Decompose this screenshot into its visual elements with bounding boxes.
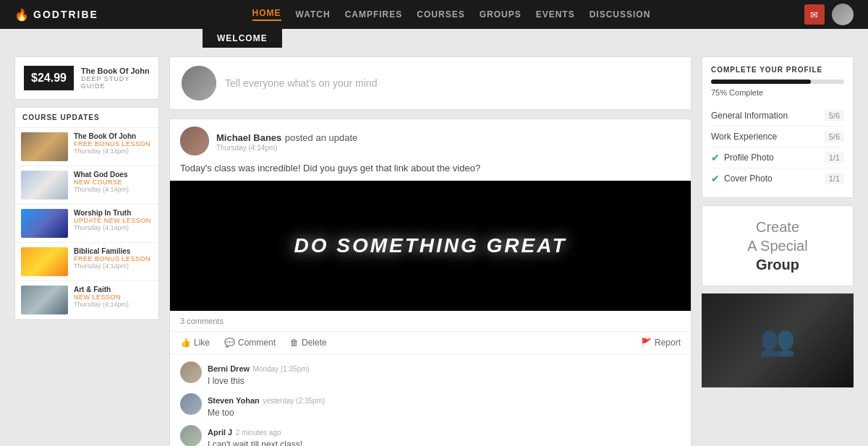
promo-price: $24.99 bbox=[24, 66, 74, 90]
profile-item-general[interactable]: General Information 5/6 bbox=[711, 106, 844, 126]
comment-body: Steven Yohan yesterday (2:35pm) Me too bbox=[208, 393, 681, 418]
flame-icon: 🔥 bbox=[14, 8, 29, 22]
profile-photo-label: Profile Photo bbox=[724, 153, 774, 163]
comment-item: Berni Drew Monday (1:35pm) I love this bbox=[180, 361, 681, 386]
report-label: Report bbox=[655, 338, 681, 348]
right-sidebar: COMPLETE YOUR PROFILE 75% Complete Gener… bbox=[702, 56, 854, 446]
profile-complete-box: COMPLETE YOUR PROFILE 75% Complete Gener… bbox=[702, 56, 854, 198]
promo-title: The Book Of John bbox=[81, 67, 150, 75]
nav-link-courses[interactable]: COURSES bbox=[417, 9, 464, 20]
progress-bar-fill bbox=[711, 80, 811, 84]
post-author-avatar bbox=[180, 126, 209, 155]
list-item[interactable]: Biblical Families FREE BONUS LESSON Thur… bbox=[15, 243, 158, 281]
welcome-tab[interactable]: WELCOME bbox=[0, 29, 868, 48]
profile-item-label: Work Experience bbox=[711, 132, 777, 142]
profile-item-cover[interactable]: ✔ Cover Photo 1/1 bbox=[711, 168, 844, 189]
nav-right: ✉ bbox=[804, 4, 854, 25]
course-sub: NEW LESSON bbox=[74, 293, 129, 301]
report-button[interactable]: 🚩 Report bbox=[641, 338, 681, 348]
post-user-info: Michael Banes posted an update Thursday … bbox=[216, 131, 357, 152]
post-input-box[interactable]: Tell everyone what's on your mind bbox=[169, 56, 692, 110]
course-title: What God Does bbox=[74, 171, 129, 179]
course-info: The Book Of John FREE BONUS LESSON Thurs… bbox=[74, 132, 150, 155]
commenter-name: April J bbox=[208, 428, 232, 437]
profile-photo-score: 1/1 bbox=[825, 152, 844, 163]
course-thumbnail bbox=[21, 247, 68, 276]
create-group-text: Create A Special Group bbox=[714, 218, 841, 274]
mail-icon[interactable]: ✉ bbox=[804, 4, 825, 25]
nav-link-watch[interactable]: WATCH bbox=[296, 9, 331, 20]
course-info: Worship In Truth UPDATE NEW LESSON Thurs… bbox=[74, 209, 151, 231]
course-thumbnail bbox=[21, 132, 68, 161]
commenter-avatar bbox=[180, 361, 202, 383]
comment-time: 2 minutes ago bbox=[236, 429, 281, 437]
delete-label: Delete bbox=[302, 338, 327, 348]
profile-item-work[interactable]: Work Experience 5/6 bbox=[711, 126, 844, 147]
post-user-name-action: Michael Banes posted an update bbox=[216, 131, 357, 144]
promo-subtitle: DEEP STUDY GUIDE bbox=[81, 75, 150, 90]
progress-label: 75% Complete bbox=[711, 88, 844, 97]
nav-link-discussion[interactable]: DISCUSSION bbox=[590, 9, 651, 20]
comment-icon: 💬 bbox=[224, 338, 235, 348]
list-item[interactable]: The Book Of John FREE BONUS LESSON Thurs… bbox=[15, 128, 158, 166]
trash-icon: 🗑 bbox=[290, 338, 299, 348]
profile-item-label: ✔ Cover Photo bbox=[711, 173, 773, 184]
cover-photo-label: Cover Photo bbox=[724, 173, 773, 184]
course-date: Thursday (4:14pm) bbox=[74, 147, 150, 155]
course-info: What God Does NEW COURSE Thursday (4:14p… bbox=[74, 171, 129, 193]
comment-body: Berni Drew Monday (1:35pm) I love this bbox=[208, 361, 681, 386]
feed: Tell everyone what's on your mind Michae… bbox=[169, 56, 692, 446]
course-thumbnail bbox=[21, 286, 68, 314]
profile-item-photo[interactable]: ✔ Profile Photo 1/1 bbox=[711, 147, 844, 168]
comment-text: I love this bbox=[208, 376, 681, 386]
comment-time: yesterday (2:35pm) bbox=[263, 397, 325, 405]
user-avatar[interactable] bbox=[832, 4, 854, 25]
course-title: The Book Of John bbox=[74, 132, 150, 140]
course-info: Biblical Families FREE BONUS LESSON Thur… bbox=[74, 247, 150, 270]
promo-box[interactable]: $24.99 The Book Of John DEEP STUDY GUIDE bbox=[14, 56, 159, 100]
check-icon: ✔ bbox=[711, 152, 720, 163]
main-content: $24.99 The Book Of John DEEP STUDY GUIDE… bbox=[0, 48, 868, 446]
course-date: Thursday (4:14pm) bbox=[74, 186, 129, 193]
comment-item: Steven Yohan yesterday (2:35pm) Me too bbox=[180, 393, 681, 418]
profile-item-label: ✔ Profile Photo bbox=[711, 152, 774, 163]
cover-photo-score: 1/1 bbox=[825, 173, 844, 184]
work-experience-score: 5/6 bbox=[825, 131, 844, 142]
post-actions-bar: 👍 Like 💬 Comment 🗑 Delete 🚩 Report bbox=[170, 332, 691, 354]
course-updates-panel: COURSE UPDATES The Book Of John FREE BON… bbox=[14, 107, 159, 320]
list-item[interactable]: Worship In Truth UPDATE NEW LESSON Thurs… bbox=[15, 205, 158, 243]
thumb-icon: 👍 bbox=[180, 338, 191, 348]
post-card: Michael Banes posted an update Thursday … bbox=[169, 119, 692, 446]
course-thumbnail bbox=[21, 171, 68, 200]
nav-link-events[interactable]: EVENTS bbox=[536, 9, 575, 20]
course-thumbnail bbox=[21, 209, 68, 238]
course-sub: UPDATE NEW LESSON bbox=[74, 217, 151, 224]
comment-button[interactable]: 💬 Comment bbox=[224, 338, 276, 348]
comments-section: Berni Drew Monday (1:35pm) I love this S… bbox=[170, 354, 691, 446]
course-sub: FREE BONUS LESSON bbox=[74, 255, 150, 262]
commenter-name: Berni Drew bbox=[208, 364, 250, 373]
list-item[interactable]: Art & Faith NEW LESSON Thursday (4:14pm) bbox=[15, 281, 158, 320]
commenter-avatar bbox=[180, 393, 202, 415]
flag-icon: 🚩 bbox=[641, 338, 652, 348]
create-group-box[interactable]: Create A Special Group bbox=[702, 205, 854, 286]
people-icon: 👥 bbox=[760, 324, 796, 358]
profile-item-label: General Information bbox=[711, 111, 788, 121]
nav-link-home[interactable]: HOME bbox=[252, 8, 281, 21]
list-item[interactable]: What God Does NEW COURSE Thursday (4:14p… bbox=[15, 166, 158, 205]
nav-link-campfires[interactable]: CAMPFIRES bbox=[345, 9, 403, 20]
post-action-label: posted an update bbox=[285, 132, 357, 143]
comment-text: I can't wait till next class! bbox=[208, 439, 681, 446]
post-image: DO SOMETHING GREAT bbox=[170, 181, 691, 311]
delete-button[interactable]: 🗑 Delete bbox=[290, 338, 327, 348]
comment-item: April J 2 minutes ago I can't wait till … bbox=[180, 425, 681, 446]
general-info-label: General Information bbox=[711, 111, 788, 121]
post-placeholder[interactable]: Tell everyone what's on your mind bbox=[225, 77, 679, 89]
nav-links: HOME WATCH CAMPFIRES COURSES GROUPS EVEN… bbox=[252, 8, 651, 21]
post-body-text: Today's class was incredible! Did you gu… bbox=[170, 163, 691, 181]
like-button[interactable]: 👍 Like bbox=[180, 338, 210, 348]
work-experience-label: Work Experience bbox=[711, 132, 777, 142]
navigation: 🔥 GODTRIBE HOME WATCH CAMPFIRES COURSES … bbox=[0, 0, 868, 29]
nav-link-groups[interactable]: GROUPS bbox=[480, 9, 522, 20]
comment-time: Monday (1:35pm) bbox=[253, 365, 310, 373]
